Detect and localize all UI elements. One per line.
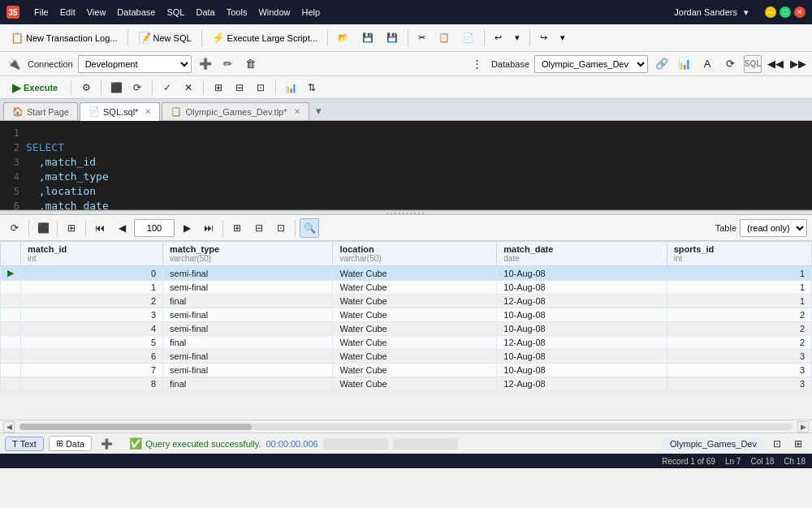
cut-button[interactable]: ✂	[412, 29, 431, 46]
menu-window[interactable]: Window	[253, 6, 295, 19]
results-grid-btn[interactable]: ⊞	[62, 218, 81, 238]
conn-delete-button[interactable]: 🗑	[242, 55, 260, 73]
menu-view[interactable]: View	[82, 6, 111, 19]
tab-more-button[interactable]: ▾	[313, 101, 325, 120]
exec-export-icon[interactable]: ⊟	[231, 79, 248, 97]
execute-button[interactable]: ▶ Execute	[5, 79, 65, 97]
results-table-view-btn[interactable]: ⊞	[227, 218, 247, 238]
user-dropdown-icon[interactable]: ▾	[744, 7, 749, 18]
menu-database[interactable]: Database	[112, 6, 160, 19]
olympic-tab-close[interactable]: ✕	[294, 107, 300, 116]
toolbar-separator-5	[484, 30, 485, 46]
undo-dropdown[interactable]: ▾	[509, 29, 525, 46]
table-row[interactable]: 3 semi-final Water Cube 10-Aug-08 2	[1, 308, 812, 322]
status-icon-2[interactable]: ⊞	[789, 435, 807, 453]
db-refresh-icon[interactable]: ⟳	[721, 55, 739, 73]
hscroll-track[interactable]	[19, 424, 793, 430]
menu-edit[interactable]: Edit	[55, 6, 80, 19]
exec-refresh-icon[interactable]: ⟳	[128, 79, 146, 97]
tab-start-page[interactable]: 🏠 Start Page	[3, 102, 78, 120]
cell-match-date: 10-Aug-08	[497, 322, 667, 336]
table-row[interactable]: 7 semi-final Water Cube 10-Aug-08 3	[1, 364, 812, 377]
location-col-header: locationvarchar(50)	[333, 242, 497, 266]
page-input[interactable]	[134, 219, 175, 237]
cell-match-type: semi-final	[163, 281, 333, 295]
sql-tab-close[interactable]: ✕	[145, 107, 151, 116]
results-prev-first-btn[interactable]: ⏮	[90, 218, 110, 238]
sports-id-col-header: sports_idint	[667, 242, 811, 266]
horizontal-scroll-bar[interactable]: ◀ ▶	[0, 420, 812, 433]
table-row[interactable]: 4 semi-final Water Cube 10-Aug-08 2	[1, 322, 812, 336]
add-panel-btn[interactable]: ➕	[97, 434, 116, 454]
exec-stop-icon[interactable]: ⬛	[107, 79, 125, 97]
menu-help[interactable]: Help	[297, 6, 326, 19]
sql-editor[interactable]: 1 2 3 4 5 6 7 SELECT ,match_id ,match_ty…	[0, 121, 812, 210]
close-button[interactable]: ✕	[794, 6, 806, 18]
copy-button[interactable]: 📋	[433, 29, 456, 46]
text-tab[interactable]: T Text	[5, 437, 44, 451]
menu-tools[interactable]: Tools	[222, 6, 253, 19]
menu-sql[interactable]: SQL	[162, 6, 189, 19]
table-row[interactable]: 1 semi-final Water Cube 10-Aug-08 1	[1, 281, 812, 295]
conn-more-icon[interactable]: ⋮	[469, 55, 486, 73]
menu-data[interactable]: Data	[191, 6, 219, 19]
table-row[interactable]: ▶ 0 semi-final Water Cube 10-Aug-08 1	[1, 266, 812, 281]
exec-settings-icon[interactable]: ⚙	[77, 79, 95, 97]
save-button[interactable]: 💾	[356, 29, 379, 46]
db-sql-icon[interactable]: SQL	[744, 55, 762, 73]
exec-rollback-icon[interactable]: ✕	[179, 79, 197, 97]
redo-button[interactable]: ↪	[534, 29, 553, 46]
database-dropdown[interactable]: Olympic_Games_Dev	[534, 55, 648, 73]
table-row[interactable]: 5 final Water Cube 12-Aug-08 2	[1, 336, 812, 350]
redo-dropdown[interactable]: ▾	[555, 29, 571, 46]
results-search-btn[interactable]: 🔍	[300, 218, 319, 238]
new-sql-button[interactable]: 📝 New SQL	[132, 28, 197, 47]
hscroll-left[interactable]: ◀	[3, 421, 15, 433]
results-full-view-btn[interactable]: ⊡	[271, 218, 291, 238]
conn-add-button[interactable]: ➕	[197, 55, 214, 73]
db-text-icon[interactable]: A	[698, 55, 716, 73]
menu-file[interactable]: File	[29, 6, 54, 19]
db-right-icon[interactable]: ▶▶	[789, 55, 807, 73]
exec-stats-icon[interactable]: 📊	[282, 79, 300, 97]
results-refresh-btn[interactable]: ⟳	[5, 218, 24, 238]
exec-fullscreen-icon[interactable]: ⊡	[252, 79, 270, 97]
execute-large-script-button[interactable]: ⚡ Execute Large Script...	[206, 28, 323, 47]
row-indicator: ▶	[1, 266, 21, 281]
new-transaction-log-button[interactable]: 📋 New Transaction Log...	[5, 28, 123, 47]
exec-commit-icon[interactable]: ✓	[158, 79, 176, 97]
cell-sports-id: 2	[667, 322, 811, 336]
table-row[interactable]: 6 semi-final Water Cube 10-Aug-08 3	[1, 350, 812, 364]
results-stop-btn[interactable]: ⬛	[33, 218, 53, 238]
text-tab-label: Text	[20, 439, 37, 449]
exec-table-icon[interactable]: ⊞	[209, 79, 227, 97]
tab-sql[interactable]: 📄 SQL.sql* ✕	[80, 102, 160, 121]
code-area[interactable]: SELECT ,match_id ,match_type ,location ,…	[26, 126, 812, 210]
results-prev-btn[interactable]: ◀	[112, 218, 132, 238]
table-mode-dropdown[interactable]: (read only)	[740, 219, 807, 237]
conn-edit-button[interactable]: ✏	[219, 55, 237, 73]
db-connect-icon[interactable]: 🔗	[653, 55, 671, 73]
save-all-button[interactable]: 💾	[381, 29, 404, 46]
open-button[interactable]: 📂	[332, 29, 355, 46]
table-row[interactable]: 8 final Water Cube 12-Aug-08 3	[1, 377, 812, 391]
connection-dropdown[interactable]: Development	[78, 55, 192, 73]
minimize-button[interactable]: —	[765, 6, 776, 18]
undo-button[interactable]: ↩	[489, 29, 508, 46]
hscroll-right[interactable]: ▶	[797, 421, 809, 433]
open-icon: 📂	[338, 32, 349, 43]
maximize-button[interactable]: □	[780, 6, 791, 18]
table-scroll-area[interactable]: match_idint match_typevarchar(50) locati…	[0, 241, 812, 420]
results-next-last-btn[interactable]: ⏭	[199, 218, 218, 238]
paste-button[interactable]: 📄	[457, 29, 480, 46]
status-icon-1[interactable]: ⊡	[768, 435, 786, 453]
db-left-icon[interactable]: ◀◀	[767, 55, 784, 73]
exec-sort-icon[interactable]: ⇅	[303, 79, 321, 97]
db-schema-icon[interactable]: 📊	[676, 55, 693, 73]
results-next-btn[interactable]: ▶	[177, 218, 197, 238]
tab-olympic[interactable]: 📋 Olympic_Games_Dev.tlp* ✕	[162, 102, 309, 120]
table-row[interactable]: 2 final Water Cube 12-Aug-08 1	[1, 295, 812, 308]
data-tab[interactable]: ⊞ Data	[49, 436, 92, 451]
results-col-view-btn[interactable]: ⊟	[249, 218, 269, 238]
redo-icon: ↪	[540, 32, 547, 43]
